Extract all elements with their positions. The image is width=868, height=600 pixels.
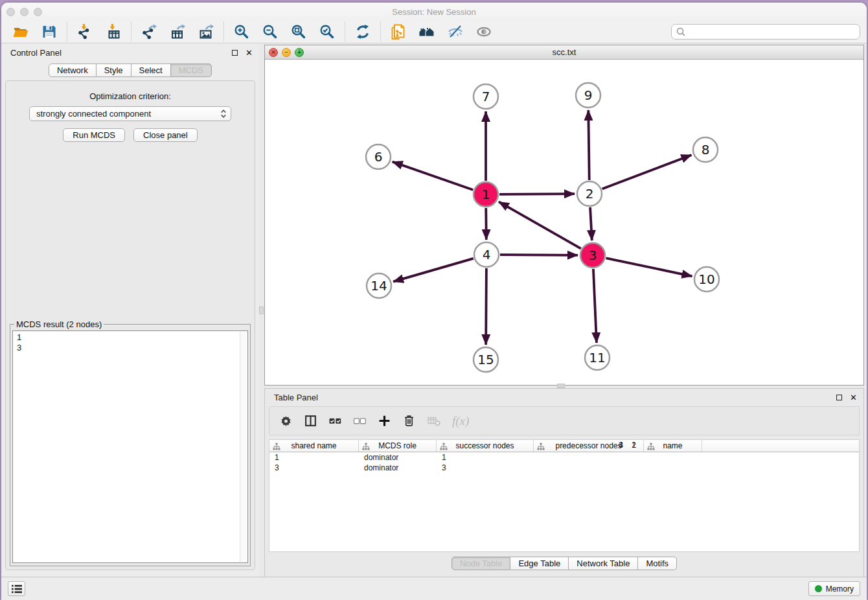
table-panel-header: Table Panel ✕: [265, 389, 863, 406]
delete-column-button[interactable]: [402, 414, 416, 428]
splitter-grip[interactable]: [259, 306, 264, 314]
import-table-button[interactable]: [99, 21, 128, 42]
open-session-button[interactable]: [6, 21, 35, 42]
svg-text:2: 2: [586, 186, 594, 202]
graph-edge-1-2[interactable]: [499, 194, 575, 194]
tab-motifs[interactable]: Motifs: [638, 557, 677, 570]
svg-text:9: 9: [584, 87, 593, 103]
graph-edge-1-6[interactable]: [393, 162, 473, 190]
export-image-button[interactable]: [192, 21, 220, 42]
graph-node-14[interactable]: 14: [367, 273, 391, 298]
zoom-in-button[interactable]: [227, 21, 256, 42]
new-network-from-selection-button[interactable]: [384, 21, 413, 42]
svg-text:7: 7: [482, 89, 490, 104]
svg-text:15: 15: [477, 352, 494, 367]
hide-graphics-details-button[interactable]: [441, 21, 470, 42]
show-network-overview-button[interactable]: [413, 21, 441, 42]
graph-node-11[interactable]: 11: [585, 345, 610, 370]
graph-node-15[interactable]: 15: [474, 347, 498, 372]
table-cell[interactable]: dominator: [359, 463, 437, 473]
table-mode-button[interactable]: [279, 414, 293, 428]
graph-edge-2-8[interactable]: [602, 155, 692, 189]
search-input[interactable]: [689, 27, 856, 37]
task-history-button[interactable]: [8, 581, 25, 596]
graph-edge-2-9[interactable]: [588, 110, 589, 180]
deselect-all-columns-button[interactable]: [353, 414, 367, 428]
graph-node-10[interactable]: 10: [694, 267, 719, 292]
table-row[interactable]: 3dominator323: [269, 463, 859, 473]
graph-node-6[interactable]: 6: [366, 144, 391, 169]
close-panel-button[interactable]: Close panel: [133, 128, 198, 142]
tab-node-table[interactable]: Node Table: [451, 557, 511, 570]
graph-edge-2-3[interactable]: [590, 207, 592, 240]
select-all-columns-button[interactable]: [328, 414, 342, 428]
network-canvas[interactable]: 7968124314101511: [265, 60, 863, 385]
control-panel-close-button[interactable]: ✕: [246, 49, 253, 57]
graph-edge-4-14[interactable]: [393, 259, 474, 282]
graph-node-2[interactable]: 2: [577, 181, 602, 206]
add-column-button[interactable]: [378, 414, 391, 428]
graph-node-8[interactable]: 8: [693, 137, 718, 162]
graph-node-4[interactable]: 4: [474, 242, 499, 267]
tab-edge-table[interactable]: Edge Table: [510, 557, 569, 570]
show-columns-button[interactable]: [304, 414, 317, 428]
mcds-result-title: MCDS result (2 nodes): [14, 319, 104, 329]
control-panel-float-button[interactable]: [232, 50, 238, 56]
graph-edge-4-15[interactable]: [486, 268, 486, 345]
table-panel-float-button[interactable]: [836, 395, 842, 400]
zoom-selected-button[interactable]: [313, 21, 341, 42]
graph-edge-3-11[interactable]: [593, 269, 597, 343]
column-header-shared-name[interactable]: shared name: [269, 440, 359, 452]
run-mcds-button[interactable]: Run MCDS: [63, 128, 125, 142]
zoom-out-button[interactable]: [256, 21, 284, 42]
graph-node-1[interactable]: 1: [474, 182, 498, 207]
table-cell[interactable]: 3: [437, 463, 495, 473]
tab-network-table[interactable]: Network Table: [569, 557, 638, 570]
apply-layout-button[interactable]: [348, 21, 377, 42]
result-scrollbar[interactable]: [240, 332, 247, 562]
graph-node-3[interactable]: 3: [580, 243, 605, 268]
column-header-MCDS-role[interactable]: MCDS role: [359, 440, 437, 452]
optimization-select[interactable]: strongly connected component: [29, 106, 231, 121]
save-floppy-icon: [41, 23, 58, 40]
right-column: ✕ − + scc.txt 7968124314101511 Table Pan…: [264, 44, 864, 577]
graph-edge-3-10[interactable]: [606, 258, 692, 276]
toolbar-separator: [380, 22, 381, 41]
zoom-fit-button[interactable]: [284, 21, 313, 42]
save-session-button[interactable]: [35, 21, 63, 42]
combo-chevrons-icon: [220, 109, 227, 119]
checked-boxes-icon: [328, 414, 342, 428]
apply-function-button-disabled: f(x): [452, 414, 469, 428]
column-header-successor-nodes[interactable]: successor nodes: [437, 440, 534, 452]
table-cell[interactable]: 1: [437, 452, 495, 463]
table-cell[interactable]: dominator: [359, 452, 437, 463]
tab-network[interactable]: Network: [49, 63, 97, 77]
graph-node-7[interactable]: 7: [474, 84, 498, 109]
tab-style[interactable]: Style: [97, 63, 131, 77]
optimization-select-value: strongly connected component: [36, 109, 220, 119]
table-cell[interactable]: 3: [269, 463, 359, 473]
export-network-button[interactable]: [135, 21, 163, 42]
mcds-result-textarea[interactable]: 1 3: [12, 330, 248, 563]
vertical-splitter[interactable]: [259, 44, 264, 577]
graph-edge-1-4[interactable]: [486, 208, 486, 240]
control-panel-header: Control Panel ✕: [1, 44, 259, 61]
new-network-document-icon: [390, 23, 407, 40]
graph-edge-3-1[interactable]: [499, 202, 581, 248]
table-cell[interactable]: 1: [269, 452, 359, 463]
graph-edge-4-3[interactable]: [500, 255, 578, 255]
splitter-grip[interactable]: [557, 384, 565, 388]
main-toolbar: [1, 21, 867, 43]
delete-table-icon: [427, 414, 441, 428]
table-cell[interactable]: 2: [532, 440, 643, 551]
memory-button[interactable]: Memory: [808, 581, 860, 596]
show-graphics-details-button[interactable]: [470, 21, 498, 42]
import-network-button[interactable]: [71, 21, 99, 42]
table-panel-close-button[interactable]: ✕: [850, 393, 857, 402]
graph-node-9[interactable]: 9: [576, 83, 600, 108]
tab-mcds[interactable]: MCDS: [171, 63, 212, 77]
memory-label: Memory: [826, 584, 854, 594]
column-header-name[interactable]: name: [644, 440, 702, 452]
export-table-button[interactable]: [163, 21, 192, 42]
tab-select[interactable]: Select: [131, 63, 171, 77]
